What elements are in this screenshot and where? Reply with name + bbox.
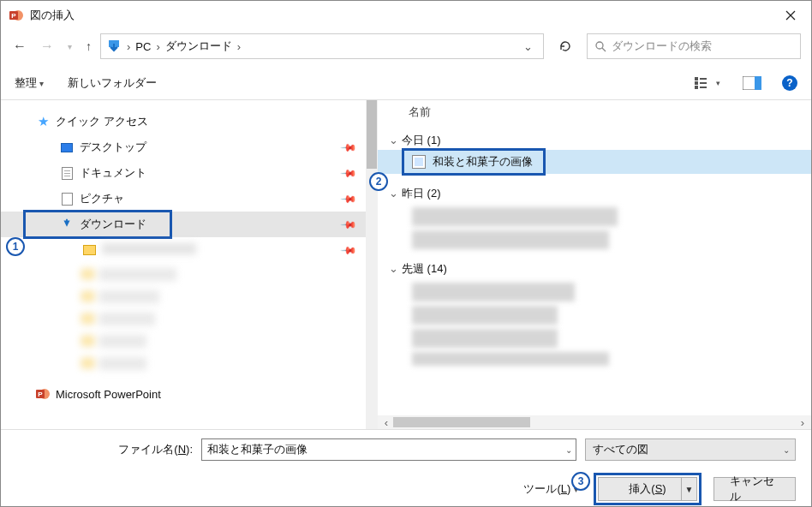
group-label: 先週 (14)	[402, 262, 447, 275]
cancel-button[interactable]: キャンセル	[713, 477, 796, 501]
callout-3: 3	[571, 472, 590, 491]
sidebar-item-desktop[interactable]: デスクトップ 📌	[1, 134, 378, 160]
sidebar-label: Microsoft PowerPoint	[56, 388, 161, 401]
image-file-icon	[412, 155, 426, 169]
svg-rect-8	[700, 78, 707, 80]
callout-1: 1	[6, 237, 25, 256]
sidebar-item-downloads[interactable]: ダウンロード 📌	[1, 212, 378, 237]
organize-button[interactable]: 整理	[15, 75, 44, 91]
scrollbar-thumb[interactable]	[393, 417, 530, 427]
pin-icon: 📌	[340, 190, 358, 208]
column-header-name[interactable]: 名前	[378, 100, 811, 124]
filename-value: 和装と和菓子の画像	[207, 442, 307, 457]
chevron-icon: ›	[125, 40, 132, 53]
filename-input[interactable]: 和装と和菓子の画像 ⌄	[201, 438, 576, 461]
scrollbar-thumb[interactable]	[367, 100, 377, 169]
annotation-box: 挿入(S) ▼	[594, 473, 702, 505]
callout-2: 2	[369, 172, 388, 191]
toolbar: 整理 新しいフォルダー ▾ ?	[1, 66, 811, 100]
folder-icon	[81, 245, 97, 255]
dialog-footer: ファイル名(N): 和装と和菓子の画像 ⌄ すべての図 ⌄ ツール(L) ▾ 挿…	[1, 429, 811, 507]
horizontal-scrollbar[interactable]: ‹ ›	[378, 415, 811, 429]
file-name: 和装と和菓子の画像	[433, 154, 533, 170]
sidebar-item-documents[interactable]: ドキュメント 📌	[1, 160, 378, 186]
svg-rect-7	[695, 86, 698, 89]
scrollbar-track[interactable]	[393, 416, 796, 428]
svg-rect-9	[700, 82, 707, 84]
star-icon: ★	[35, 114, 51, 129]
sidebar-label: ドキュメント	[80, 165, 146, 181]
sidebar-item-pictures[interactable]: ピクチャ 📌	[1, 186, 378, 212]
window-title: 図の挿入	[30, 8, 75, 23]
file-item-selected[interactable]: 和装と和菓子の画像	[378, 150, 811, 174]
up-button[interactable]: ↑	[86, 39, 92, 53]
desktop-icon	[59, 143, 75, 152]
filetype-select[interactable]: すべての図 ⌄	[585, 438, 796, 461]
search-input[interactable]: ダウンロードの検索	[587, 33, 801, 59]
pin-icon: 📌	[340, 216, 358, 234]
address-bar: ← → ▾ ↑ › PC › ダウンロード › ⌄ ダウンロードの検索	[1, 30, 811, 66]
search-placeholder: ダウンロードの検索	[612, 39, 712, 54]
filename-label: ファイル名(N):	[16, 442, 193, 457]
svg-rect-5	[695, 77, 698, 81]
chevron-down-icon: ⌄	[783, 445, 790, 455]
forward-button[interactable]: →	[40, 39, 54, 53]
scroll-left-icon[interactable]: ‹	[379, 416, 393, 429]
search-icon	[594, 40, 606, 52]
sidebar-label: ダウンロード	[80, 217, 146, 232]
group-today[interactable]: ⌄今日 (1)	[378, 129, 811, 150]
group-yesterday[interactable]: ⌄昨日 (2)	[378, 182, 811, 203]
chevron-down-icon: ⌄	[388, 262, 398, 275]
picture-icon	[59, 193, 75, 206]
svg-rect-13	[66, 219, 68, 224]
titlebar: P 図の挿入	[1, 1, 811, 30]
sidebar-item-powerpoint[interactable]: P Microsoft PowerPoint	[1, 381, 378, 407]
insert-button[interactable]: 挿入(S) ▼	[598, 477, 697, 501]
group-lastweek[interactable]: ⌄先週 (14)	[378, 258, 811, 278]
group-label: 昨日 (2)	[402, 187, 441, 200]
download-icon	[106, 39, 122, 54]
back-button[interactable]: ←	[13, 39, 27, 53]
powerpoint-icon: P	[9, 9, 23, 22]
chevron-down-icon[interactable]: ⌄	[565, 445, 572, 455]
svg-rect-12	[755, 76, 761, 90]
document-icon	[59, 167, 75, 180]
recent-dropdown[interactable]: ▾	[68, 42, 72, 51]
svg-rect-10	[700, 86, 707, 88]
chevron-icon: ›	[236, 40, 242, 53]
scroll-right-icon[interactable]: ›	[796, 416, 809, 429]
breadcrumb[interactable]: › PC › ダウンロード › ⌄	[100, 33, 544, 59]
chevron-icon: ›	[154, 40, 161, 53]
dialog-body: ★ クイック アクセス デスクトップ 📌 ドキュメント 📌 ピクチャ 📌 ダウン…	[1, 100, 811, 429]
breadcrumb-dropdown[interactable]: ⌄	[518, 40, 538, 53]
pin-icon: 📌	[340, 139, 358, 157]
sidebar-label: クイック アクセス	[56, 114, 148, 129]
svg-rect-6	[695, 81, 698, 85]
powerpoint-icon: P	[35, 387, 51, 401]
sidebar-label: ピクチャ	[80, 191, 124, 206]
new-folder-button[interactable]: 新しいフォルダー	[68, 75, 157, 91]
sidebar-subfolder[interactable]: 📌	[1, 237, 378, 263]
chevron-down-icon: ⌄	[388, 134, 398, 146]
nav-scrollbar[interactable]	[366, 100, 378, 429]
help-button[interactable]: ?	[782, 75, 797, 91]
view-mode-button[interactable]: ▾	[693, 74, 722, 92]
pin-icon: 📌	[340, 242, 358, 259]
tools-button[interactable]: ツール(L) ▾	[523, 481, 578, 497]
pin-icon: 📌	[340, 164, 358, 182]
preview-pane-button[interactable]	[737, 74, 767, 92]
file-list: ⌄今日 (1) 和装と和菓子の画像 ⌄昨日 (2) ⌄先週 (14) ‹	[378, 124, 811, 429]
filetype-value: すべての図	[593, 442, 648, 457]
group-label: 今日 (1)	[402, 134, 441, 146]
close-button[interactable]	[770, 1, 811, 30]
download-icon	[59, 218, 75, 231]
nav-arrows: ← → ▾ ↑	[13, 39, 92, 53]
refresh-button[interactable]	[552, 33, 578, 59]
breadcrumb-seg-pc[interactable]: PC	[132, 40, 154, 53]
breadcrumb-seg-downloads[interactable]: ダウンロード	[162, 39, 236, 54]
svg-text:P: P	[38, 391, 43, 398]
sidebar-item-quick-access[interactable]: ★ クイック アクセス	[1, 109, 378, 134]
sidebar-label: デスクトップ	[80, 140, 146, 155]
navigation-pane: ★ クイック アクセス デスクトップ 📌 ドキュメント 📌 ピクチャ 📌 ダウン…	[1, 100, 378, 429]
insert-dropdown[interactable]: ▼	[681, 478, 696, 500]
